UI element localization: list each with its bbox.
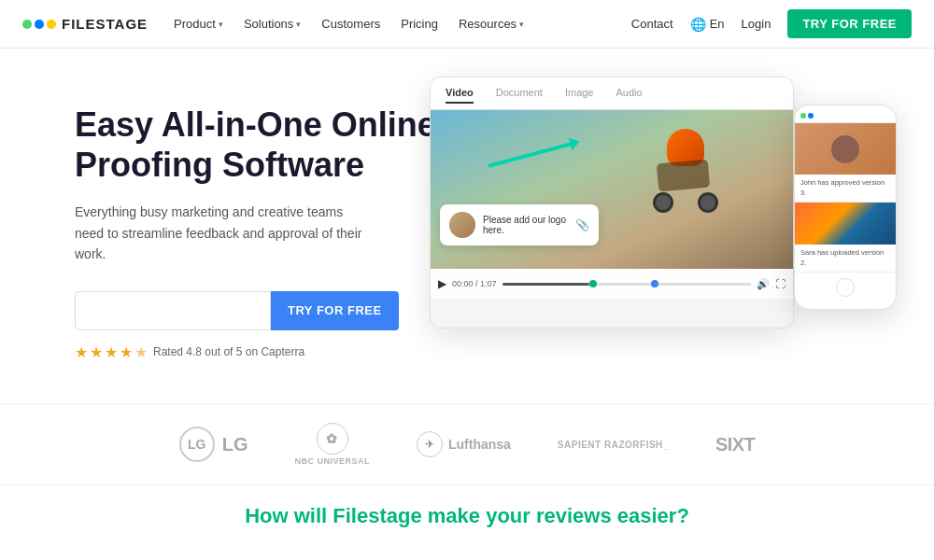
star-3: ★ — [105, 343, 118, 361]
notification-text-2: Sara has uploaded version 2. — [795, 245, 896, 272]
contact-link[interactable]: Contact — [631, 17, 673, 31]
star-2: ★ — [90, 343, 103, 361]
marker-1 — [589, 280, 597, 287]
nav-right: Contact 🌐 En Login TRY FOR FREE — [631, 9, 912, 38]
notification-image-1 — [795, 123, 896, 175]
annotation-arrow — [488, 140, 579, 168]
video-area: Please add our logo here. 📎 — [431, 110, 793, 269]
lufthansa-label: Lufthansa — [448, 437, 511, 452]
logo-lufthansa: ✈ Lufthansa — [417, 431, 511, 457]
video-controls: ▶ 00:00 / 1:07 🔊 ⛶ — [431, 269, 793, 299]
progress-fill — [502, 283, 589, 286]
progress-bar[interactable] — [502, 283, 751, 286]
dot-blue — [35, 20, 44, 29]
nbc-label: NBC UNIVERSAL — [294, 456, 370, 466]
phone-mockup: John has approved version 3. Sara has up… — [794, 105, 897, 310]
commenter-avatar — [449, 212, 475, 238]
rating-row: ★ ★ ★ ★ ★ Rated 4.8 out of 5 on Capterra — [75, 343, 448, 361]
hero-subtitle: Everything busy marketing and creative t… — [75, 202, 374, 264]
dot-green — [22, 20, 32, 29]
nav-pricing[interactable]: Pricing — [401, 17, 438, 31]
logo-nbc: ✿ NBC UNIVERSAL — [294, 423, 370, 466]
comment-text: Please add our logo here. — [483, 215, 568, 235]
logos-section: LG LG ✿ NBC UNIVERSAL ✈ Lufthansa SAPIEN… — [0, 403, 934, 484]
paperclip-icon: 📎 — [575, 218, 589, 231]
phone-header — [795, 105, 896, 123]
notification-1: John has approved version 3. — [795, 123, 896, 203]
time-display: 00:00 / 1:07 — [452, 279, 497, 288]
logo-text: FILESTAGE — [62, 16, 148, 32]
email-input[interactable] — [75, 291, 271, 330]
hero-title: Easy All-in-One Online Proofing Software — [75, 105, 448, 185]
nav-resources[interactable]: Resources ▾ — [459, 17, 524, 31]
hero-right: Video Document Image Audio — [430, 77, 878, 329]
phone-logo-dots — [800, 113, 814, 119]
tab-document[interactable]: Document — [496, 87, 543, 104]
dot-yellow — [47, 20, 56, 29]
phone-bottom — [795, 273, 896, 302]
sixt-label: SIXT — [715, 434, 755, 455]
lh-circle: ✈ — [417, 431, 443, 457]
marker-2 — [651, 280, 658, 287]
laptop-mockup: Video Document Image Audio — [430, 77, 794, 329]
sapient-label: SAPIENT RAZORFISH_ — [558, 439, 669, 451]
home-button[interactable] — [836, 278, 855, 297]
bike-rider — [653, 129, 718, 213]
comment-bubble: Please add our logo here. 📎 — [440, 204, 599, 245]
fullscreen-icon[interactable]: ⛶ — [775, 278, 785, 289]
hero-left: Easy All-in-One Online Proofing Software… — [75, 86, 448, 361]
nav-product[interactable]: Product ▾ — [174, 17, 223, 31]
globe-icon: 🌐 — [690, 17, 706, 32]
tab-audio[interactable]: Audio — [616, 87, 642, 104]
volume-icon[interactable]: 🔊 — [757, 278, 770, 290]
logo-sapient: SAPIENT RAZORFISH_ — [558, 439, 669, 451]
tab-video[interactable]: Video — [446, 87, 474, 104]
lg-brand-text: LG — [222, 434, 248, 455]
lh-icon: ✈ — [425, 438, 434, 451]
try-for-free-nav-button[interactable]: TRY FOR FREE — [787, 9, 912, 38]
lang-label: En — [710, 17, 725, 31]
language-selector[interactable]: 🌐 En — [690, 17, 725, 32]
device-tabs: Video Document Image Audio — [431, 77, 793, 110]
star-rating: ★ ★ ★ ★ ★ — [75, 343, 148, 361]
hero-section: Easy All-in-One Online Proofing Software… — [0, 49, 934, 403]
logo-sixt: SIXT — [715, 434, 755, 455]
nbc-peacock-icon: ✿ — [326, 431, 338, 446]
nbc-circle: ✿ — [317, 423, 348, 455]
notification-2: Sara has uploaded version 2. — [795, 203, 896, 273]
star-1: ★ — [75, 343, 88, 361]
lg-circle: LG — [179, 427, 215, 462]
navbar: FILESTAGE Product ▾ Solutions ▾ Customer… — [0, 0, 934, 49]
rating-text: Rated 4.8 out of 5 on Capterra — [153, 345, 304, 358]
login-link[interactable]: Login — [742, 17, 771, 31]
star-4: ★ — [120, 343, 133, 361]
try-for-free-hero-button[interactable]: TRY FOR FREE — [271, 291, 399, 330]
tab-image[interactable]: Image — [565, 87, 594, 104]
notification-image-2 — [795, 203, 896, 245]
hero-input-row: TRY FOR FREE — [75, 291, 448, 330]
chevron-down-icon: ▾ — [519, 20, 524, 29]
logo-dots — [22, 20, 56, 29]
cta-title: How will Filestage make your reviews eas… — [19, 504, 915, 528]
phone-dot-green — [800, 113, 806, 119]
nbc-logo-container: ✿ NBC UNIVERSAL — [294, 423, 370, 466]
phone-dot-blue — [808, 113, 814, 119]
notification-text-1: John has approved version 3. — [795, 175, 896, 202]
lg-icon-text: LG — [188, 437, 205, 452]
nav-customers[interactable]: Customers — [321, 17, 380, 31]
star-5-half: ★ — [134, 343, 148, 361]
nav-links: Product ▾ Solutions ▾ Customers Pricing … — [174, 17, 631, 31]
chevron-down-icon: ▾ — [296, 20, 301, 29]
logo[interactable]: FILESTAGE — [22, 16, 148, 32]
nav-solutions[interactable]: Solutions ▾ — [244, 17, 301, 31]
bottom-cta: How will Filestage make your reviews eas… — [0, 484, 934, 547]
logo-lg: LG LG — [179, 427, 248, 462]
chevron-down-icon: ▾ — [219, 20, 223, 29]
play-icon[interactable]: ▶ — [438, 277, 446, 290]
